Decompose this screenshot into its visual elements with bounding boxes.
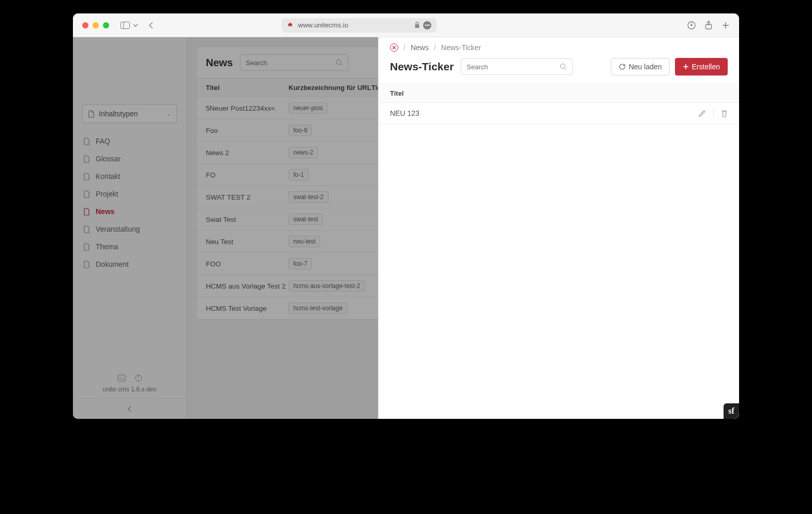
close-icon[interactable] <box>390 43 398 52</box>
reload-icon <box>619 63 626 70</box>
new-tab-icon[interactable] <box>721 21 730 30</box>
app-body: Inhaltstypen ⌄ FAQ Glossar Kontakt <box>73 37 739 419</box>
drawer-row[interactable]: NEU 123 <box>379 103 739 124</box>
titlebar: www.unitecms.io ••• <box>73 13 739 37</box>
svg-point-20 <box>561 64 565 69</box>
drawer-search-field[interactable] <box>467 63 560 71</box>
svg-rect-2 <box>415 24 419 28</box>
row-actions <box>698 109 728 117</box>
downloads-icon[interactable] <box>687 21 696 30</box>
edit-icon[interactable] <box>698 110 706 117</box>
drawer-title: News-Ticker <box>390 61 454 73</box>
breadcrumb-link-news[interactable]: News <box>411 43 429 52</box>
reload-button[interactable]: Neu laden <box>611 58 670 75</box>
breadcrumb: / News / News-Ticker <box>390 43 728 52</box>
delete-icon[interactable] <box>721 110 728 117</box>
address-url: www.unitecms.io <box>298 21 348 29</box>
create-button[interactable]: Erstellen <box>675 58 728 75</box>
drawer-header: / News / News-Ticker News-Ticker Neu lad… <box>379 37 739 84</box>
traffic-lights <box>82 22 109 28</box>
share-icon[interactable] <box>705 21 712 30</box>
drawer-cell-title: NEU 123 <box>390 109 419 117</box>
chevron-down-icon[interactable] <box>133 24 138 27</box>
window-minimize-button[interactable] <box>93 22 99 28</box>
breadcrumb-separator: / <box>403 43 405 52</box>
window-maximize-button[interactable] <box>103 22 109 28</box>
symfony-badge-icon[interactable]: sf <box>724 403 739 419</box>
breadcrumb-separator: / <box>434 43 436 52</box>
drawer-table-body: NEU 123 <box>379 103 739 124</box>
drawer-panel: / News / News-Ticker News-Ticker Neu lad… <box>378 37 739 419</box>
drawer-title-row: News-Ticker Neu laden Erstellen <box>390 58 728 75</box>
drawer-table-header: Titel <box>379 84 739 103</box>
drawer-actions: Neu laden Erstellen <box>611 58 728 75</box>
action-divider <box>713 109 714 117</box>
address-bar[interactable]: www.unitecms.io ••• <box>281 18 437 33</box>
back-button[interactable] <box>148 21 154 29</box>
site-favicon <box>287 22 294 29</box>
breadcrumb-current: News-Ticker <box>441 43 481 52</box>
window-close-button[interactable] <box>82 22 88 28</box>
drawer-search-input[interactable] <box>461 58 573 75</box>
svg-rect-0 <box>121 22 130 28</box>
svg-line-21 <box>565 68 566 70</box>
browser-window: www.unitecms.io ••• <box>73 13 739 419</box>
reload-label: Neu laden <box>629 63 662 71</box>
create-label: Erstellen <box>692 63 720 71</box>
site-settings-icon[interactable]: ••• <box>423 21 431 29</box>
drawer-column-title: Titel <box>390 89 404 97</box>
sidebar-toggle-icon[interactable] <box>121 22 130 29</box>
lock-icon <box>414 22 420 28</box>
search-icon <box>560 63 567 70</box>
plus-icon <box>683 64 689 70</box>
